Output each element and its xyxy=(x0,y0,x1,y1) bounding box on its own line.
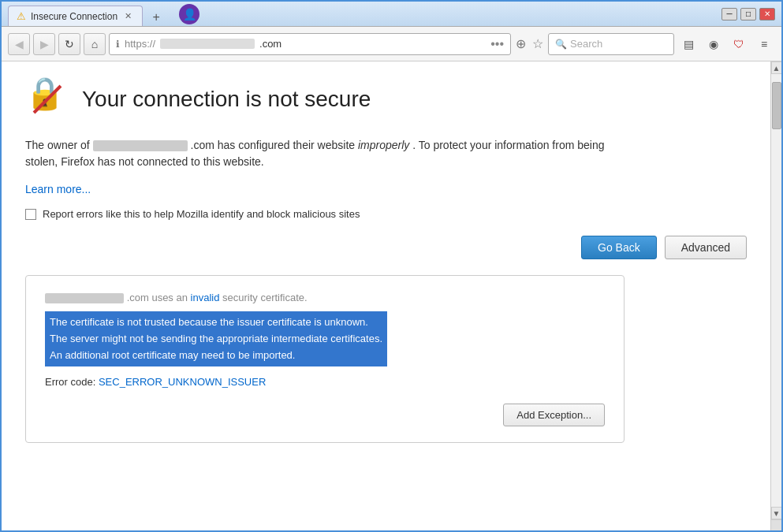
report-section: Report errors like this to help Mozilla … xyxy=(25,208,747,220)
active-tab[interactable]: ⚠ Insecure Connection ✕ xyxy=(8,6,143,26)
cert-invalid-text: invalid xyxy=(191,292,220,303)
cert-error-line1: The certificate is not trusted because t… xyxy=(50,314,382,331)
error-code-label: Error code: xyxy=(45,376,95,388)
shield-button[interactable]: 🛡 xyxy=(728,33,750,55)
cert-error-block: The certificate is not trusted because t… xyxy=(45,311,387,366)
tab-area: ⚠ Insecure Connection ✕ + xyxy=(8,2,166,26)
cert-error-line2: The server might not be sending the appr… xyxy=(50,331,382,348)
error-code-row: Error code: SEC_ERROR_UNKNOWN_ISSUER xyxy=(45,376,605,388)
desc-before: The owner of xyxy=(25,139,90,151)
lock-slash-overlay xyxy=(25,77,69,121)
desc-after: .com has configured their website xyxy=(191,139,356,151)
cert-domain-blur xyxy=(45,293,124,303)
scroll-track[interactable] xyxy=(771,74,781,507)
advanced-panel: .com uses an invalid security certificat… xyxy=(25,275,625,443)
go-back-button[interactable]: Go Back xyxy=(581,236,657,259)
search-bar[interactable]: 🔍 Search xyxy=(548,33,674,55)
scroll-down-arrow[interactable]: ▼ xyxy=(771,507,782,519)
desc-domain-blur xyxy=(93,140,188,151)
address-suffix: .com xyxy=(259,38,282,50)
desc-improperly: improperly xyxy=(358,139,409,151)
titlebar: ⚠ Insecure Connection ✕ + 👤 ─ □ ✕ xyxy=(2,2,781,27)
close-button[interactable]: ✕ xyxy=(759,8,775,20)
menu-button[interactable]: ≡ xyxy=(753,33,775,55)
library-button[interactable]: ▤ xyxy=(677,33,699,55)
advanced-button[interactable]: Advanced xyxy=(665,236,747,259)
report-checkbox[interactable] xyxy=(25,209,36,220)
cert-domain-text: .com uses an invalid security certificat… xyxy=(45,292,605,303)
new-tab-button[interactable]: + xyxy=(146,9,166,26)
error-description: The owner of .com has configured their w… xyxy=(25,137,625,170)
page-content: 🔒 Your connection is not secure The owne… xyxy=(2,61,770,530)
home-button[interactable]: ⌂ xyxy=(84,33,106,55)
scrollbar: ▲ ▼ xyxy=(770,61,781,530)
scroll-resize-handle xyxy=(771,519,782,530)
address-menu-button[interactable]: ••• xyxy=(490,37,504,51)
tab-title: Insecure Connection xyxy=(31,11,117,22)
cert-domain-suffix: .com uses an xyxy=(127,292,191,303)
add-exception-button[interactable]: Add Exception... xyxy=(503,404,605,426)
browser-window: ⚠ Insecure Connection ✕ + 👤 ─ □ ✕ ◀ ▶ ↻ … xyxy=(0,0,783,532)
profile-avatar[interactable]: 👤 xyxy=(179,4,199,24)
navigation-bar: ◀ ▶ ↻ ⌂ ℹ https:// .com ••• ⊕ ☆ 🔍 Search… xyxy=(2,27,781,61)
minimize-button[interactable]: ─ xyxy=(721,8,737,20)
error-header: 🔒 Your connection is not secure xyxy=(25,77,747,121)
scroll-up-arrow[interactable]: ▲ xyxy=(771,61,782,74)
address-blur xyxy=(160,39,255,49)
scroll-thumb[interactable] xyxy=(772,82,781,129)
maximize-button[interactable]: □ xyxy=(740,8,756,20)
learn-more-link[interactable]: Learn more... xyxy=(25,183,91,195)
main-area: 🔒 Your connection is not secure The owne… xyxy=(2,61,781,530)
report-label: Report errors like this to help Mozilla … xyxy=(43,208,360,220)
address-bar[interactable]: ℹ https:// .com ••• xyxy=(109,33,511,55)
tab-warning-icon: ⚠ xyxy=(17,10,26,22)
lock-icon-container: 🔒 xyxy=(25,77,69,121)
cert-error-line3: An additional root certificate may need … xyxy=(50,348,382,364)
address-prefix: https:// xyxy=(125,38,155,50)
page-title: Your connection is not secure xyxy=(82,87,371,112)
bookmark-button[interactable]: ☆ xyxy=(532,36,543,51)
search-placeholder: Search xyxy=(570,38,602,50)
add-exception-row: Add Exception... xyxy=(45,404,605,426)
back-button[interactable]: ◀ xyxy=(8,33,30,55)
cert-rest-text: security certificate. xyxy=(222,292,308,303)
window-controls: ─ □ ✕ xyxy=(721,8,775,20)
reload-button[interactable]: ↻ xyxy=(58,33,80,55)
avatar-icon: 👤 xyxy=(183,8,196,20)
pocket-icon-button[interactable]: ◉ xyxy=(703,33,725,55)
nav-icons: ▤ ◉ 🛡 ≡ xyxy=(677,33,775,55)
search-icon: 🔍 xyxy=(555,39,567,50)
forward-button[interactable]: ▶ xyxy=(33,33,55,55)
info-icon: ℹ xyxy=(116,39,120,50)
action-buttons: Go Back Advanced xyxy=(25,236,747,259)
slash-line xyxy=(33,85,62,114)
pocket-button[interactable]: ⊕ xyxy=(516,36,526,51)
tab-close-btn[interactable]: ✕ xyxy=(122,10,134,22)
error-code-link[interactable]: SEC_ERROR_UNKNOWN_ISSUER xyxy=(99,376,266,388)
